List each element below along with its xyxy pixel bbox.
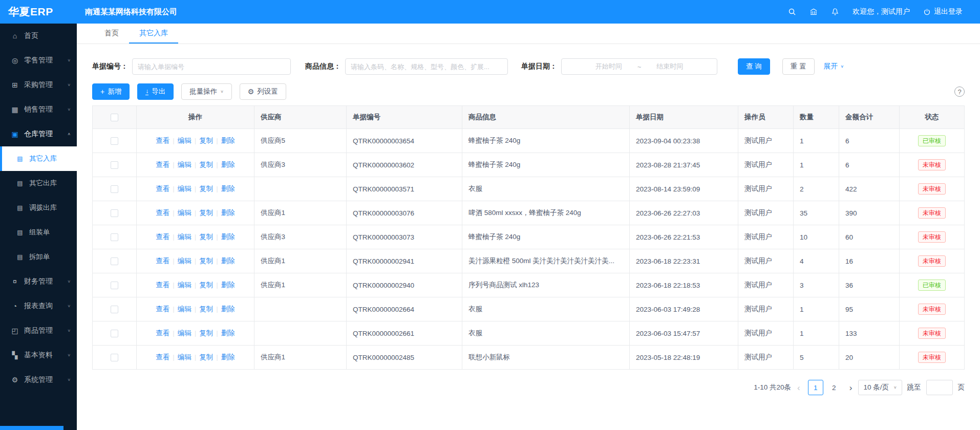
chevron-down-icon: ∨ <box>220 90 224 94</box>
row-checkbox[interactable] <box>111 330 118 337</box>
page-button-1[interactable]: 1 <box>808 380 823 395</box>
action-view-link[interactable]: 查看 <box>156 209 169 217</box>
action-copy-link[interactable]: 复制 <box>199 209 213 217</box>
sidebar-item-disassembly[interactable]: ▤拆卸单 <box>0 245 77 269</box>
reset-button[interactable]: 重 置 <box>782 58 815 75</box>
batch-ops-button[interactable]: 批量操作 ∨ <box>181 83 232 100</box>
next-page-button[interactable]: › <box>848 383 854 392</box>
action-copy-link[interactable]: 复制 <box>199 281 213 289</box>
action-copy-link[interactable]: 复制 <box>199 329 213 337</box>
row-checkbox[interactable] <box>111 233 118 241</box>
row-checkbox[interactable] <box>111 161 118 169</box>
action-view-link[interactable]: 查看 <box>156 137 169 144</box>
action-view-link[interactable]: 查看 <box>156 329 169 337</box>
sidebar-item-assembly[interactable]: ▤组装单 <box>0 220 77 245</box>
sidebar-item-home[interactable]: ⌂首页 <box>0 24 77 48</box>
status-badge: 已审核 <box>918 135 946 146</box>
jump-page-input[interactable] <box>926 380 953 395</box>
qty-cell: 1 <box>794 297 839 321</box>
row-checkbox[interactable] <box>111 282 118 289</box>
action-copy-link[interactable]: 复制 <box>199 137 213 144</box>
select-all-checkbox[interactable] <box>111 114 118 121</box>
action-edit-link[interactable]: 编辑 <box>178 281 191 289</box>
row-checkbox[interactable] <box>111 185 118 193</box>
sidebar-item-other-inbound[interactable]: ▤其它入库 <box>0 146 77 171</box>
action-delete-link[interactable]: 删除 <box>221 161 235 168</box>
status-badge: 未审核 <box>918 352 946 363</box>
action-view-link[interactable]: 查看 <box>156 257 169 265</box>
help-icon[interactable]: ? <box>954 87 965 97</box>
prev-page-button[interactable]: ‹ <box>796 383 801 392</box>
sidebar-item-finance[interactable]: ¤财务管理∨ <box>0 269 77 294</box>
action-delete-link[interactable]: 删除 <box>221 137 235 144</box>
page-button-2[interactable]: 2 <box>826 380 842 395</box>
product-info-input[interactable] <box>345 58 508 75</box>
action-edit-link[interactable]: 编辑 <box>178 137 191 144</box>
action-edit-link[interactable]: 编辑 <box>178 329 191 337</box>
doc-icon: ▤ <box>15 253 25 261</box>
action-view-link[interactable]: 查看 <box>156 305 169 313</box>
action-copy-link[interactable]: 复制 <box>199 257 213 265</box>
action-view-link[interactable]: 查看 <box>156 161 169 168</box>
doc-icon: ▤ <box>15 180 25 187</box>
row-checkbox[interactable] <box>111 137 118 145</box>
tab-home[interactable]: 首页 <box>94 24 129 44</box>
bill-no-input[interactable] <box>132 58 291 75</box>
bank-icon[interactable] <box>809 8 818 16</box>
action-delete-link[interactable]: 删除 <box>221 233 235 241</box>
action-edit-link[interactable]: 编辑 <box>178 161 191 168</box>
tab-other-inbound[interactable]: 其它入库 <box>129 24 178 44</box>
action-copy-link[interactable]: 复制 <box>199 185 213 192</box>
search-button[interactable]: 查 询 <box>738 58 770 75</box>
date-range-input[interactable]: 开始时间 ~ 结束时间 <box>561 58 717 75</box>
date-start-placeholder[interactable]: 开始时间 <box>595 62 622 71</box>
action-copy-link[interactable]: 复制 <box>199 233 213 241</box>
action-edit-link[interactable]: 编辑 <box>178 185 191 192</box>
row-checkbox[interactable] <box>111 209 118 217</box>
sidebar-item-goods[interactable]: ◰商品管理∨ <box>0 318 77 343</box>
product-cell: 联想小新鼠标 <box>462 346 630 370</box>
sidebar-item-basic[interactable]: ▚基本资料∨ <box>0 343 77 368</box>
sidebar-item-sales[interactable]: ▦销售管理∨ <box>0 97 77 122</box>
logout-button[interactable]: 退出登录 <box>923 7 963 16</box>
add-button[interactable]: + 新增 <box>92 83 130 100</box>
action-view-link[interactable]: 查看 <box>156 353 169 361</box>
row-checkbox[interactable] <box>111 306 118 313</box>
sidebar-item-report[interactable]: ◔报表查询∨ <box>0 294 77 318</box>
bell-icon[interactable] <box>831 8 839 16</box>
action-view-link[interactable]: 查看 <box>156 233 169 241</box>
action-edit-link[interactable]: 编辑 <box>178 209 191 217</box>
action-copy-link[interactable]: 复制 <box>199 305 213 313</box>
sidebar-item-other-outbound[interactable]: ▤其它出库 <box>0 171 77 196</box>
action-delete-link[interactable]: 删除 <box>221 209 235 217</box>
action-edit-link[interactable]: 编辑 <box>178 233 191 241</box>
sidebar-item-transfer-outbound[interactable]: ▤调拨出库 <box>0 196 77 220</box>
row-checkbox[interactable] <box>111 257 118 265</box>
sidebar-item-retail[interactable]: ◎零售管理∨ <box>0 48 77 73</box>
date-end-placeholder[interactable]: 结束时间 <box>656 62 683 71</box>
action-copy-link[interactable]: 复制 <box>199 161 213 168</box>
action-delete-link[interactable]: 删除 <box>221 281 235 289</box>
bill-no-cell: QTRK00000002941 <box>347 249 462 273</box>
action-edit-link[interactable]: 编辑 <box>178 257 191 265</box>
row-checkbox[interactable] <box>111 354 118 361</box>
sidebar-item-warehouse[interactable]: ▣仓库管理∧ <box>0 122 77 146</box>
action-delete-link[interactable]: 删除 <box>221 329 235 337</box>
action-delete-link[interactable]: 删除 <box>221 353 235 361</box>
export-button[interactable]: ↓ 导出 <box>137 83 174 100</box>
action-edit-link[interactable]: 编辑 <box>178 305 191 313</box>
date-cell: 2023-05-18 22:48:19 <box>630 346 738 370</box>
expand-link[interactable]: 展开 ∨ <box>824 62 844 71</box>
search-icon[interactable] <box>788 8 796 16</box>
action-edit-link[interactable]: 编辑 <box>178 353 191 361</box>
action-copy-link[interactable]: 复制 <box>199 353 213 361</box>
action-delete-link[interactable]: 删除 <box>221 185 235 192</box>
action-view-link[interactable]: 查看 <box>156 281 169 289</box>
sidebar-item-purchase[interactable]: ⊞采购管理∨ <box>0 73 77 97</box>
sidebar-item-system[interactable]: ⚙系统管理∨ <box>0 368 77 392</box>
page-size-select[interactable]: 10 条/页 ∨ <box>858 380 902 395</box>
action-view-link[interactable]: 查看 <box>156 185 169 192</box>
action-delete-link[interactable]: 删除 <box>221 257 235 265</box>
action-delete-link[interactable]: 删除 <box>221 305 235 313</box>
column-settings-button[interactable]: ⚙ 列设置 <box>240 83 286 100</box>
